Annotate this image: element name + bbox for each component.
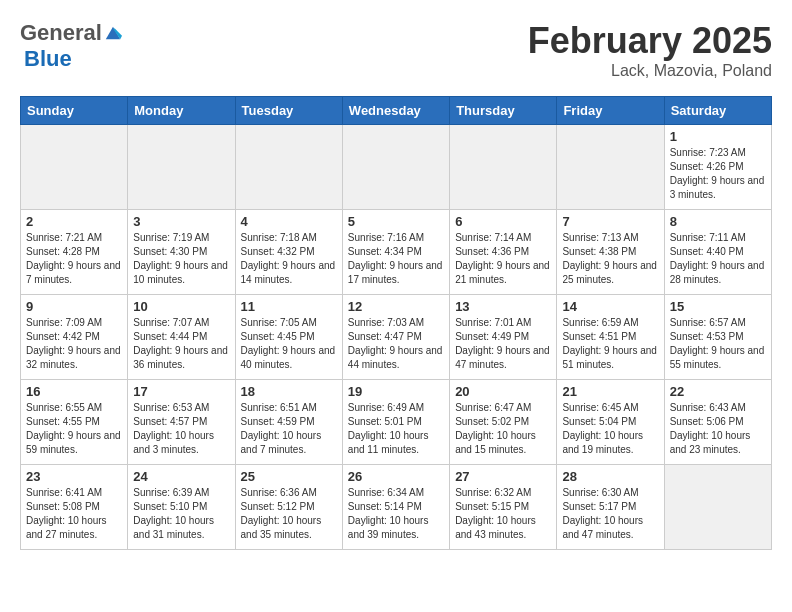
calendar-day-cell: 4Sunrise: 7:18 AMSunset: 4:32 PMDaylight… <box>235 210 342 295</box>
calendar-day-header: Friday <box>557 97 664 125</box>
day-number: 11 <box>241 299 337 314</box>
day-detail: Sunrise: 6:57 AMSunset: 4:53 PMDaylight:… <box>670 316 766 372</box>
calendar-day-cell <box>450 125 557 210</box>
day-number: 3 <box>133 214 229 229</box>
calendar-day-cell: 18Sunrise: 6:51 AMSunset: 4:59 PMDayligh… <box>235 380 342 465</box>
day-number: 24 <box>133 469 229 484</box>
day-detail: Sunrise: 6:41 AMSunset: 5:08 PMDaylight:… <box>26 486 122 542</box>
calendar-day-cell: 27Sunrise: 6:32 AMSunset: 5:15 PMDayligh… <box>450 465 557 550</box>
calendar-day-cell: 6Sunrise: 7:14 AMSunset: 4:36 PMDaylight… <box>450 210 557 295</box>
day-number: 14 <box>562 299 658 314</box>
calendar-day-cell: 1Sunrise: 7:23 AMSunset: 4:26 PMDaylight… <box>664 125 771 210</box>
calendar-day-cell: 21Sunrise: 6:45 AMSunset: 5:04 PMDayligh… <box>557 380 664 465</box>
day-detail: Sunrise: 7:09 AMSunset: 4:42 PMDaylight:… <box>26 316 122 372</box>
day-detail: Sunrise: 7:11 AMSunset: 4:40 PMDaylight:… <box>670 231 766 287</box>
calendar-week-row: 23Sunrise: 6:41 AMSunset: 5:08 PMDayligh… <box>21 465 772 550</box>
day-number: 25 <box>241 469 337 484</box>
calendar-day-cell: 2Sunrise: 7:21 AMSunset: 4:28 PMDaylight… <box>21 210 128 295</box>
day-number: 5 <box>348 214 444 229</box>
calendar-day-cell: 23Sunrise: 6:41 AMSunset: 5:08 PMDayligh… <box>21 465 128 550</box>
day-detail: Sunrise: 6:43 AMSunset: 5:06 PMDaylight:… <box>670 401 766 457</box>
page-header: General Blue February 2025 Lack, Mazovia… <box>20 20 772 80</box>
day-detail: Sunrise: 7:13 AMSunset: 4:38 PMDaylight:… <box>562 231 658 287</box>
calendar-day-cell <box>342 125 449 210</box>
calendar-day-header: Wednesday <box>342 97 449 125</box>
day-detail: Sunrise: 6:45 AMSunset: 5:04 PMDaylight:… <box>562 401 658 457</box>
day-detail: Sunrise: 6:49 AMSunset: 5:01 PMDaylight:… <box>348 401 444 457</box>
calendar-day-header: Tuesday <box>235 97 342 125</box>
calendar-day-header: Sunday <box>21 97 128 125</box>
calendar-day-cell: 22Sunrise: 6:43 AMSunset: 5:06 PMDayligh… <box>664 380 771 465</box>
logo-blue-text: Blue <box>24 46 72 71</box>
calendar-day-cell: 12Sunrise: 7:03 AMSunset: 4:47 PMDayligh… <box>342 295 449 380</box>
logo-general-text: General <box>20 20 102 46</box>
day-detail: Sunrise: 6:47 AMSunset: 5:02 PMDaylight:… <box>455 401 551 457</box>
day-number: 2 <box>26 214 122 229</box>
day-detail: Sunrise: 6:59 AMSunset: 4:51 PMDaylight:… <box>562 316 658 372</box>
calendar-day-cell: 14Sunrise: 6:59 AMSunset: 4:51 PMDayligh… <box>557 295 664 380</box>
day-number: 19 <box>348 384 444 399</box>
calendar-day-cell: 9Sunrise: 7:09 AMSunset: 4:42 PMDaylight… <box>21 295 128 380</box>
day-detail: Sunrise: 7:01 AMSunset: 4:49 PMDaylight:… <box>455 316 551 372</box>
day-number: 8 <box>670 214 766 229</box>
location: Lack, Mazovia, Poland <box>528 62 772 80</box>
day-number: 7 <box>562 214 658 229</box>
day-detail: Sunrise: 7:21 AMSunset: 4:28 PMDaylight:… <box>26 231 122 287</box>
calendar-day-cell: 8Sunrise: 7:11 AMSunset: 4:40 PMDaylight… <box>664 210 771 295</box>
day-detail: Sunrise: 6:34 AMSunset: 5:14 PMDaylight:… <box>348 486 444 542</box>
calendar-day-cell: 5Sunrise: 7:16 AMSunset: 4:34 PMDaylight… <box>342 210 449 295</box>
calendar-day-cell: 13Sunrise: 7:01 AMSunset: 4:49 PMDayligh… <box>450 295 557 380</box>
calendar-day-cell: 11Sunrise: 7:05 AMSunset: 4:45 PMDayligh… <box>235 295 342 380</box>
calendar-day-cell: 20Sunrise: 6:47 AMSunset: 5:02 PMDayligh… <box>450 380 557 465</box>
title-area: February 2025 Lack, Mazovia, Poland <box>528 20 772 80</box>
calendar-day-cell: 10Sunrise: 7:07 AMSunset: 4:44 PMDayligh… <box>128 295 235 380</box>
day-number: 26 <box>348 469 444 484</box>
calendar-day-cell: 24Sunrise: 6:39 AMSunset: 5:10 PMDayligh… <box>128 465 235 550</box>
calendar-day-cell: 28Sunrise: 6:30 AMSunset: 5:17 PMDayligh… <box>557 465 664 550</box>
calendar-week-row: 16Sunrise: 6:55 AMSunset: 4:55 PMDayligh… <box>21 380 772 465</box>
day-number: 28 <box>562 469 658 484</box>
day-number: 18 <box>241 384 337 399</box>
calendar-day-header: Monday <box>128 97 235 125</box>
day-detail: Sunrise: 6:51 AMSunset: 4:59 PMDaylight:… <box>241 401 337 457</box>
day-number: 13 <box>455 299 551 314</box>
calendar-day-cell <box>557 125 664 210</box>
day-number: 9 <box>26 299 122 314</box>
day-number: 6 <box>455 214 551 229</box>
day-number: 12 <box>348 299 444 314</box>
day-detail: Sunrise: 6:55 AMSunset: 4:55 PMDaylight:… <box>26 401 122 457</box>
day-detail: Sunrise: 6:32 AMSunset: 5:15 PMDaylight:… <box>455 486 551 542</box>
day-number: 10 <box>133 299 229 314</box>
logo-icon <box>104 24 122 42</box>
calendar-week-row: 2Sunrise: 7:21 AMSunset: 4:28 PMDaylight… <box>21 210 772 295</box>
calendar-day-header: Thursday <box>450 97 557 125</box>
calendar-day-cell: 25Sunrise: 6:36 AMSunset: 5:12 PMDayligh… <box>235 465 342 550</box>
month-title: February 2025 <box>528 20 772 62</box>
day-detail: Sunrise: 7:14 AMSunset: 4:36 PMDaylight:… <box>455 231 551 287</box>
day-detail: Sunrise: 7:23 AMSunset: 4:26 PMDaylight:… <box>670 146 766 202</box>
day-detail: Sunrise: 7:07 AMSunset: 4:44 PMDaylight:… <box>133 316 229 372</box>
calendar-day-cell: 16Sunrise: 6:55 AMSunset: 4:55 PMDayligh… <box>21 380 128 465</box>
day-number: 15 <box>670 299 766 314</box>
day-detail: Sunrise: 6:39 AMSunset: 5:10 PMDaylight:… <box>133 486 229 542</box>
day-number: 17 <box>133 384 229 399</box>
logo: General Blue <box>20 20 122 72</box>
day-number: 23 <box>26 469 122 484</box>
calendar-day-cell: 3Sunrise: 7:19 AMSunset: 4:30 PMDaylight… <box>128 210 235 295</box>
day-detail: Sunrise: 7:03 AMSunset: 4:47 PMDaylight:… <box>348 316 444 372</box>
calendar-day-cell: 17Sunrise: 6:53 AMSunset: 4:57 PMDayligh… <box>128 380 235 465</box>
calendar-day-cell: 26Sunrise: 6:34 AMSunset: 5:14 PMDayligh… <box>342 465 449 550</box>
day-number: 1 <box>670 129 766 144</box>
calendar-week-row: 1Sunrise: 7:23 AMSunset: 4:26 PMDaylight… <box>21 125 772 210</box>
day-number: 20 <box>455 384 551 399</box>
day-detail: Sunrise: 7:16 AMSunset: 4:34 PMDaylight:… <box>348 231 444 287</box>
calendar-day-cell <box>21 125 128 210</box>
day-detail: Sunrise: 7:05 AMSunset: 4:45 PMDaylight:… <box>241 316 337 372</box>
day-detail: Sunrise: 7:18 AMSunset: 4:32 PMDaylight:… <box>241 231 337 287</box>
calendar-week-row: 9Sunrise: 7:09 AMSunset: 4:42 PMDaylight… <box>21 295 772 380</box>
day-detail: Sunrise: 6:36 AMSunset: 5:12 PMDaylight:… <box>241 486 337 542</box>
calendar-header-row: SundayMondayTuesdayWednesdayThursdayFrid… <box>21 97 772 125</box>
calendar-day-cell: 15Sunrise: 6:57 AMSunset: 4:53 PMDayligh… <box>664 295 771 380</box>
calendar-day-cell <box>664 465 771 550</box>
day-detail: Sunrise: 6:30 AMSunset: 5:17 PMDaylight:… <box>562 486 658 542</box>
